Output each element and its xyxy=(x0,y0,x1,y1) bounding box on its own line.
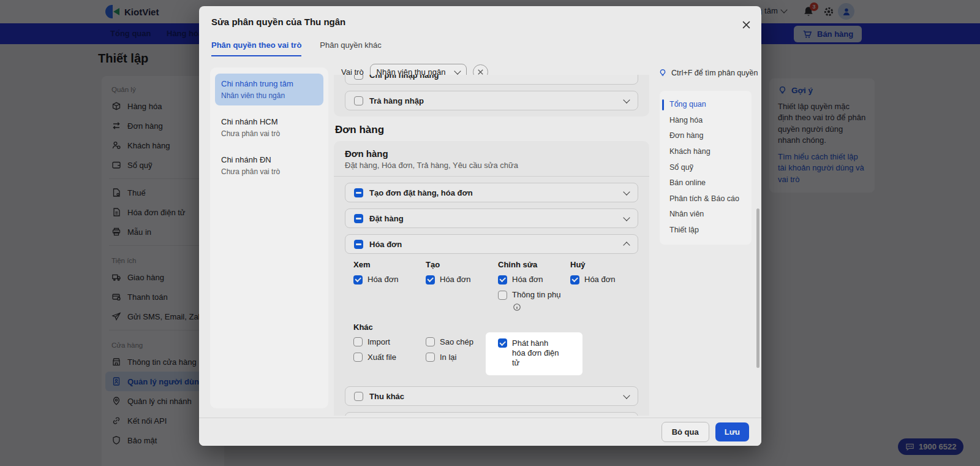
checkbox-unchecked-icon[interactable] xyxy=(426,353,435,362)
modal-nav-ban-online[interactable]: Bán online xyxy=(660,175,752,191)
permission-row-tra-hang-nhap[interactable]: Trả hàng nhập xyxy=(345,91,638,110)
permission-row-label: Trả hàng nhập xyxy=(369,96,424,105)
permissions-scroll-area[interactable]: Chi phí nhập hàng Trả hàng nhập Đơn hàng… xyxy=(334,75,649,416)
branch-item-dn[interactable]: Chi nhánh ĐN Chưa phân vai trò xyxy=(215,150,323,181)
permission-row-label: Tạo đơn đặt hàng, hóa đơn xyxy=(369,188,473,197)
checkbox-checked-icon[interactable] xyxy=(498,275,507,285)
permission-group-clipped: Chi phí nhập hàng Trả hàng nhập xyxy=(334,75,649,116)
save-button[interactable]: Lưu xyxy=(715,422,749,441)
modal-footer: Bỏ qua Lưu xyxy=(199,418,761,446)
permission-checkbox-xem-hoa-don[interactable]: Hóa đơn xyxy=(353,275,426,285)
modal-section-nav: Tổng quan Hàng hóa Đơn hàng Khách hàng S… xyxy=(660,91,752,245)
permission-row-tao-don[interactable]: Tạo đơn đặt hàng, hóa đơn xyxy=(345,183,638,202)
checkbox-indeterminate-icon[interactable] xyxy=(354,188,363,197)
chevron-down-icon xyxy=(623,392,630,399)
edit-permissions-modal: Sửa phân quyền của Thu ngân Phân quyền t… xyxy=(199,6,761,446)
branch-item-trung-tam[interactable]: Chi nhánh trung tâm Nhân viên thu ngân xyxy=(215,74,323,105)
modal-nav-thiet-lap[interactable]: Thiết lập xyxy=(660,223,752,239)
chevron-down-icon xyxy=(454,67,461,74)
branch-list: Chi nhánh trung tâm Nhân viên thu ngân C… xyxy=(210,67,328,408)
chevron-down-icon xyxy=(623,188,630,195)
invoice-expanded-panel: Xem Hóa đơn Tạo Hóa đơn xyxy=(345,254,638,380)
permission-checkbox-import[interactable]: Import xyxy=(353,337,426,347)
group-title: Đơn hàng xyxy=(345,148,638,159)
modal-nav-phan-tich-bao-cao[interactable]: Phân tích & Báo cáo xyxy=(660,191,752,207)
lightbulb-icon xyxy=(658,69,667,77)
divider xyxy=(334,176,649,177)
modal-title: Sửa phân quyền của Thu ngân xyxy=(211,17,345,27)
branch-role: Chưa phân vai trò xyxy=(221,167,317,176)
modal-nav-hang-hoa[interactable]: Hàng hóa xyxy=(660,113,752,129)
permission-checkbox-tao-hoa-don[interactable]: Hóa đơn xyxy=(426,275,498,285)
branch-item-hcm[interactable]: Chi nhánh HCM Chưa phân vai trò xyxy=(215,112,323,143)
permission-row-thu-khac[interactable]: Thu khác xyxy=(345,386,638,406)
search-hint-text: Ctrl+F để tìm phân quyền xyxy=(671,69,758,77)
checkbox-checked-icon[interactable] xyxy=(353,275,363,285)
permission-row-dat-hang[interactable]: Đặt hàng xyxy=(345,208,638,228)
branch-name: Chi nhánh ĐN xyxy=(221,155,317,164)
permission-row-chi-phi-nhap-hang[interactable]: Chi phí nhập hàng xyxy=(345,75,638,85)
checkbox-checked-icon[interactable] xyxy=(570,275,579,285)
tab-phan-quyen-khac[interactable]: Phân quyền khác xyxy=(320,40,381,56)
branch-name: Chi nhánh trung tâm xyxy=(221,79,317,88)
checkbox-unchecked-icon[interactable] xyxy=(498,291,507,300)
permission-row-hoa-don[interactable]: Hóa đơn xyxy=(345,234,638,254)
permission-row-label: Thu khác xyxy=(369,392,404,401)
info-icon[interactable] xyxy=(513,303,521,311)
permission-checkbox-sua-hoa-don[interactable]: Hóa đơn xyxy=(498,275,570,285)
modal-nav-don-hang[interactable]: Đơn hàng xyxy=(660,128,752,144)
cancel-button[interactable]: Bỏ qua xyxy=(662,422,709,442)
modal-nav-so-quy[interactable]: Sổ quỹ xyxy=(660,160,752,176)
checkbox-unchecked-icon[interactable] xyxy=(426,337,435,346)
permission-row-label: Đặt hàng xyxy=(369,214,404,223)
chevron-up-icon xyxy=(623,242,630,248)
checkbox-unchecked-icon[interactable] xyxy=(354,392,363,401)
permission-row-label: Chi phí nhập hàng xyxy=(369,75,439,80)
modal-scrollbar-thumb[interactable] xyxy=(756,208,760,368)
permission-checkbox-thong-tin-phu[interactable]: Thông tin phụ xyxy=(498,290,570,300)
branch-role: Chưa phân vai trò xyxy=(221,129,317,138)
chevron-down-icon xyxy=(623,96,630,103)
permission-row-label: Hóa đơn xyxy=(369,240,402,249)
permission-checkbox-phat-hanh-hddt[interactable]: Phát hành hóa đơn điện tử xyxy=(498,338,576,369)
close-icon[interactable] xyxy=(739,18,753,31)
checkbox-checked-icon[interactable] xyxy=(498,338,507,348)
checkbox-unchecked-icon[interactable] xyxy=(354,96,363,105)
column-header: Huỷ xyxy=(570,260,649,269)
permission-checkbox-huy-hoa-don[interactable]: Hóa đơn xyxy=(570,275,649,285)
permission-checkbox-xuat-file[interactable]: Xuất file xyxy=(353,353,426,362)
tour-spotlight: Phát hành hóa đơn điện tử xyxy=(486,332,582,376)
section-title: Đơn hàng xyxy=(335,124,649,136)
column-header: Tạo xyxy=(426,260,498,269)
permission-group-don-hang: Đơn hàng Đặt hàng, Hóa đơn, Trả hàng, Yê… xyxy=(334,141,649,416)
modal-nav-khach-hang[interactable]: Khách hàng xyxy=(660,144,752,160)
column-header: Chỉnh sửa xyxy=(498,260,570,269)
modal-tabs: Phân quyền theo vai trò Phân quyền khác xyxy=(211,40,382,56)
modal-nav-tong-quan[interactable]: Tổng quan xyxy=(660,97,752,113)
checkbox-indeterminate-icon[interactable] xyxy=(354,240,363,249)
search-hint: Ctrl+F để tìm phân quyền xyxy=(658,69,758,77)
modal-nav-nhan-vien[interactable]: Nhân viên xyxy=(660,207,752,223)
branch-role: Nhân viên thu ngân xyxy=(221,91,317,100)
checkbox-indeterminate-icon[interactable] xyxy=(354,214,363,223)
permission-row-tra-hang[interactable]: Trả hàng xyxy=(345,412,638,416)
checkbox-unchecked-icon[interactable] xyxy=(353,337,363,346)
branch-name: Chi nhánh HCM xyxy=(221,117,317,126)
checkbox-unchecked-icon[interactable] xyxy=(354,75,363,80)
group-subtitle: Đặt hàng, Hóa đơn, Trả hàng, Yêu cầu sửa… xyxy=(345,161,638,170)
checkbox-unchecked-icon[interactable] xyxy=(353,353,363,362)
other-group-label: Khác xyxy=(353,323,638,332)
chevron-down-icon xyxy=(623,214,630,221)
checkbox-checked-icon[interactable] xyxy=(426,275,435,285)
column-header: Xem xyxy=(353,260,426,269)
tab-phan-quyen-theo-vai-tro[interactable]: Phân quyền theo vai trò xyxy=(211,40,301,56)
